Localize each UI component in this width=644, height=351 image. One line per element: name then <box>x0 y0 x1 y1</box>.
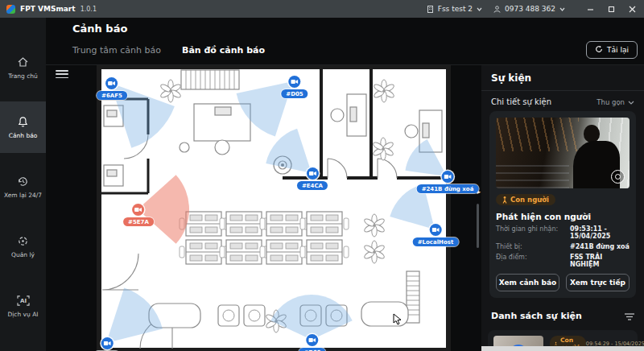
user-icon <box>493 6 501 13</box>
chevron-down-icon <box>477 7 482 11</box>
detail-row: Thời gian ghi nhận: 09:53:11 - 15/04/202… <box>496 225 630 240</box>
camera-icon <box>288 76 300 88</box>
camera-marker-alert[interactable]: #5E7A <box>123 204 154 226</box>
camera-marker[interactable]: #6AF5 <box>97 77 127 100</box>
camera-label: #D09 <box>299 348 325 351</box>
reload-label: Tải lại <box>607 46 629 54</box>
camera-label: #241B đừng xoá <box>417 184 479 193</box>
alert-map[interactable]: #6AF5 #D05 #E4CA #241B đừng xoá #LocalHo… <box>46 65 481 351</box>
account-selector[interactable]: 0973 488 362 <box>493 5 565 13</box>
sidebar-item-alerts[interactable]: Cảnh báo <box>0 101 46 153</box>
events-panel-title: Sự kiện <box>481 65 644 91</box>
camera-icon <box>101 337 113 349</box>
sidebar-item-label: Quản lý <box>11 251 35 258</box>
detail-row: Địa điểm: FSS TRẢI NGHIỆM <box>496 254 630 268</box>
org-name: Fss test 2 <box>438 5 473 13</box>
tab-alert-map[interactable]: Bản đồ cảnh báo <box>182 45 265 56</box>
maximize-button[interactable] <box>605 3 617 14</box>
event-type-badge: Con người <box>496 194 555 205</box>
page-header: Cảnh báo Trung tâm cảnh báo Bản đồ cảnh … <box>46 18 644 65</box>
camera-label: #E4CA <box>297 181 328 190</box>
mouse-cursor <box>393 313 402 328</box>
camera-label: #6AF5 <box>97 91 127 100</box>
sidebar-item-label: Dịch vụ AI <box>7 311 38 318</box>
camera-icon <box>133 204 145 216</box>
svg-text:AI: AI <box>19 297 26 304</box>
camera-label: #D05 <box>281 89 308 98</box>
camera-label: #LocalHost <box>413 237 459 246</box>
view-alert-button[interactable]: Xem cảnh báo <box>496 274 559 291</box>
sidebar-item-replay[interactable]: Xem lại 24/7 <box>0 161 46 213</box>
collapse-label: Thu gọn <box>597 98 625 106</box>
refresh-icon <box>595 45 603 55</box>
ai-icon: AI <box>17 294 30 307</box>
detail-row: Thiết bị: #241B đừng xoá <box>496 243 630 250</box>
org-selector[interactable]: Fss test 2 <box>427 5 482 13</box>
camera-icon <box>306 167 318 180</box>
camera-marker[interactable]: #053 <box>94 337 120 351</box>
bell-icon <box>17 115 29 128</box>
window-edge <box>481 346 644 351</box>
filter-icon[interactable] <box>625 308 634 324</box>
sidebar-item-label: Trang chủ <box>8 72 38 80</box>
events-panel: Sự kiện Chi tiết sự kiện Thu gọn <box>481 65 644 351</box>
app-name: FPT VMSmart <box>20 5 76 13</box>
sidebar-item-manage[interactable]: Quản lý <box>0 221 46 272</box>
minimize-button[interactable] <box>584 3 596 14</box>
event-detail-title: Chi tiết sự kiện <box>491 97 551 106</box>
home-icon <box>17 56 29 68</box>
account-phone: 0973 488 362 <box>505 5 555 13</box>
event-title: Phát hiện con người <box>496 212 630 221</box>
camera-marker[interactable]: #E4CA <box>297 167 328 190</box>
close-button[interactable] <box>626 3 638 14</box>
camera-label: #5E7A <box>123 217 154 226</box>
building-icon <box>427 6 434 13</box>
fullscreen-icon[interactable] <box>611 170 625 184</box>
chevron-down-icon <box>628 98 634 106</box>
event-detail-card: Con người Phát hiện con người Thời gian … <box>489 111 636 298</box>
camera-marker[interactable]: #D09 <box>299 334 325 351</box>
reload-button[interactable]: Tải lại <box>586 41 638 59</box>
sidebar-item-home[interactable]: Trang chủ <box>0 42 46 93</box>
camera-icon <box>430 224 442 236</box>
app-logo-icon <box>6 5 15 14</box>
collapse-button[interactable]: Thu gọn <box>597 98 634 106</box>
app-version: 1.0.1 <box>80 6 97 13</box>
replay-icon <box>17 175 29 188</box>
camera-icon <box>441 171 453 183</box>
camera-marker[interactable]: #D05 <box>281 76 308 98</box>
map-menu-icon[interactable] <box>56 68 68 80</box>
chevron-down-icon <box>559 7 565 11</box>
sidebar-item-label: Xem lại 24/7 <box>4 192 42 199</box>
camera-marker[interactable]: #LocalHost <box>413 224 459 246</box>
event-list-title: Danh sách sự kiện <box>491 311 582 321</box>
sidebar-item-ai[interactable]: AI Dịch vụ AI <box>0 280 46 332</box>
map-scrollbar[interactable] <box>477 204 479 248</box>
tab-alert-center[interactable]: Trung tâm cảnh báo <box>72 45 161 56</box>
gear-icon <box>17 234 29 247</box>
person-silhouette <box>568 125 613 188</box>
event-video-thumbnail[interactable] <box>496 118 630 188</box>
camera-marker[interactable]: #241B đừng xoá <box>417 171 479 193</box>
page-title: Cảnh báo <box>72 23 638 35</box>
camera-icon <box>106 77 118 89</box>
person-icon <box>502 196 507 204</box>
sidebar-item-label: Cảnh báo <box>9 132 38 139</box>
sidebar: Trang chủ Cảnh báo Xem lại 24/7 Quản lý … <box>0 18 46 351</box>
view-live-button[interactable]: Xem trực tiếp <box>566 274 630 291</box>
camera-icon <box>306 334 318 346</box>
titlebar: FPT VMSmart 1.0.1 Fss test 2 0973 488 36… <box>0 0 644 18</box>
